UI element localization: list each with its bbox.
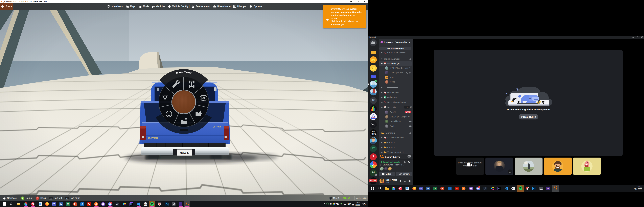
svg-text:TCD: TCD [372, 116, 375, 118]
svg-text:S: S [527, 188, 528, 189]
svg-text:S: S [159, 203, 160, 205]
